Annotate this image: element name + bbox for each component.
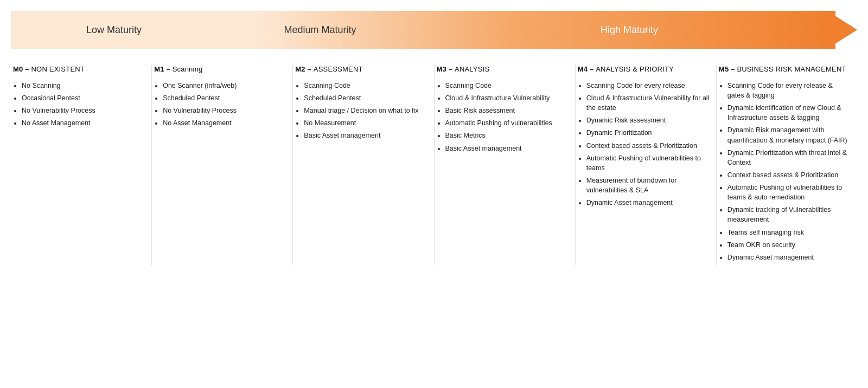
list-item: No Vulnerability Process [163, 106, 286, 115]
maturity-labels: Low Maturity Medium Maturity High Maturi… [11, 11, 835, 49]
col-list-m0: No ScanningOccasional PentestNo Vulnerab… [13, 81, 145, 128]
list-item: Dynamic Asset management [727, 253, 851, 262]
list-item: Teams self managing risk [727, 228, 851, 237]
column-title-m4: M4 – ANALYSIS & PRIORITY [578, 65, 710, 74]
list-item: Context based assets & Prioritization [586, 141, 710, 151]
list-item: Basic Metrics [445, 131, 569, 140]
column-m4: M4 – ANALYSIS & PRIORITYScanning Code fo… [576, 65, 717, 265]
columns-container: M0 – NON EXISTENTNo ScanningOccasional P… [11, 65, 857, 265]
level-num-m3: M3 – [437, 65, 455, 73]
list-item: Automatic Pushing of vulnerabilities to … [727, 183, 851, 202]
list-item: Cloud & Infrastructure Vulnerability [445, 93, 569, 103]
list-item: No Asset Management [22, 118, 145, 128]
list-item: Scanning Code for every release & gates … [727, 81, 851, 100]
level-num-m0: M0 – [13, 65, 31, 73]
list-item: No Vulnerability Process [22, 106, 145, 115]
list-item: Basic Asset management [304, 131, 427, 140]
list-item: No Scanning [22, 81, 145, 90]
medium-maturity-label: Medium Maturity [217, 24, 423, 36]
high-maturity-label: High Maturity [423, 24, 835, 36]
column-m2: M2 – ASSESSMENTScanning CodeScheduled Pe… [293, 65, 434, 265]
list-item: Measurement of burndown for vulnerabilit… [586, 176, 710, 195]
col-list-m1: One Scanner (infra/web)Scheduled Pentest… [154, 81, 286, 128]
level-num-m5: M5 – [719, 65, 737, 73]
col-list-m3: Scanning CodeCloud & Infrastructure Vuln… [437, 81, 569, 153]
level-name-m0: NON EXISTENT [31, 65, 85, 73]
list-item: No Asset Management [163, 118, 286, 128]
list-item: Automatic Pushing of vulnerabilities to … [586, 153, 710, 173]
level-num-m4: M4 – [578, 65, 596, 73]
level-num-m2: M2 – [295, 65, 314, 73]
column-m1: M1 – ScanningOne Scanner (infra/web)Sche… [152, 65, 293, 265]
arrow-wrapper: Low Maturity Medium Maturity High Maturi… [11, 11, 857, 49]
list-item: No Measurement [304, 118, 427, 128]
level-name-m2: ASSESSMENT [314, 65, 363, 73]
list-item: Scanning Code [445, 81, 569, 90]
column-m0: M0 – NON EXISTENTNo ScanningOccasional P… [11, 65, 152, 265]
column-title-m5: M5 – BUSINESS RISK MANAGEMENT [719, 65, 851, 74]
level-name-m3: ANALYSIS [455, 65, 489, 73]
list-item: Team OKR on security [727, 240, 851, 250]
list-item: Dynamic Risk management with quantificat… [727, 125, 851, 145]
col-list-m2: Scanning CodeScheduled PentestManual tri… [295, 81, 427, 141]
list-item: Scheduled Pentest [163, 93, 286, 103]
level-name-m5: BUSINESS RISK MANAGEMENT [737, 65, 846, 73]
column-title-m0: M0 – NON EXISTENT [13, 65, 145, 74]
column-m3: M3 – ANALYSISScanning CodeCloud & Infras… [435, 65, 576, 265]
list-item: Dynamic identification of new Cloud & In… [727, 103, 851, 122]
list-item: Dynamic Asset management [586, 198, 710, 208]
list-item: Scanning Code for every release [586, 81, 710, 90]
list-item: Cloud & Infrastructure Vulnerability for… [586, 93, 710, 113]
list-item: Scanning Code [304, 81, 427, 90]
list-item: Dynamic Prioritization with threat intel… [727, 148, 851, 167]
list-item: Dynamic Prioritization [586, 128, 710, 138]
level-name-m4: ANALYSIS & PRIORITY [596, 65, 674, 73]
column-title-m1: M1 – Scanning [154, 65, 286, 74]
list-item: Basic Asset management [445, 144, 569, 153]
low-maturity-label: Low Maturity [11, 24, 217, 36]
page-container: Low Maturity Medium Maturity High Maturi… [5, 0, 863, 276]
list-item: Basic Risk assessment [445, 106, 569, 115]
level-num-m1: M1 – [154, 65, 173, 73]
maturity-banner: Low Maturity Medium Maturity High Maturi… [11, 11, 857, 49]
col-list-m4: Scanning Code for every releaseCloud & I… [578, 81, 710, 208]
list-item: Automatic Pushing of vulnerabilities [445, 118, 569, 128]
list-item: Manual triage / Decision on what to fix [304, 106, 427, 115]
list-item: Scheduled Pentest [304, 93, 427, 103]
list-item: Dynamic tracking of Vulnerabilities meas… [727, 205, 851, 224]
column-title-m2: M2 – ASSESSMENT [295, 65, 427, 74]
list-item: Occasional Pentest [22, 93, 145, 103]
list-item: Dynamic Risk assessment [586, 115, 710, 125]
level-name-m1: Scanning [173, 65, 203, 73]
column-m5: M5 – BUSINESS RISK MANAGEMENTScanning Co… [717, 65, 857, 265]
list-item: One Scanner (infra/web) [163, 81, 286, 90]
col-list-m5: Scanning Code for every release & gates … [719, 81, 851, 262]
column-title-m3: M3 – ANALYSIS [437, 65, 569, 74]
list-item: Context based assets & Prioritization [727, 170, 851, 180]
